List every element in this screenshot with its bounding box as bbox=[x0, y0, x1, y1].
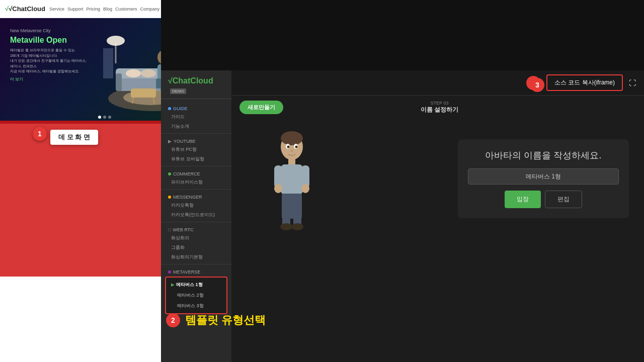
hero-subtitle: New Metaverse City bbox=[10, 28, 91, 33]
demo-topbar: 새로만들기 STEP 03 이름 설정하기 bbox=[231, 96, 644, 119]
nav-links: Service Support Pricing Blog Customers C… bbox=[49, 7, 159, 12]
sidebar-item-guide[interactable]: GUIDE bbox=[161, 103, 231, 112]
sidebar-sub-video-basic[interactable]: 화상회의기본형 bbox=[161, 252, 231, 262]
svg-rect-19 bbox=[156, 78, 161, 88]
sidebar-menu: GUIDE 가이드 기능소개 ▶ YOUTUBE 유튜브 PC형 유튜브 모바일… bbox=[161, 99, 231, 319]
demo-panel: 새로만들기 STEP 03 이름 설정하기 bbox=[231, 96, 644, 361]
action-buttons: 입장 편집 bbox=[468, 191, 619, 208]
annotation-1-label: 데 모 화 면 bbox=[50, 130, 98, 145]
annotation-2-circle: 2 bbox=[166, 313, 180, 327]
sidebar-sub-group[interactable]: 그룹화 bbox=[161, 243, 231, 252]
hero-title: Metaville Open bbox=[10, 35, 91, 45]
name-card: 아바타의 이름을 작성하세요. 입장 편집 bbox=[458, 139, 629, 218]
enter-button[interactable]: 입장 bbox=[505, 191, 541, 208]
site-logo: √√ChatCloud bbox=[5, 5, 45, 13]
metaverse-item-3[interactable]: 메타버스 3형 bbox=[166, 301, 226, 311]
sidebar-sub-guide[interactable]: 가이드 bbox=[161, 112, 231, 122]
svg-point-15 bbox=[107, 36, 125, 46]
sidebar-sub-video[interactable]: 화상회의 bbox=[161, 233, 231, 243]
nav-service[interactable]: Service bbox=[49, 7, 64, 12]
svg-point-6 bbox=[126, 69, 141, 77]
main-content: 3 소스 코드 복사(iframe) ⛶ 새로만들기 STEP 03 이름 설정… bbox=[231, 70, 644, 362]
nav-blog[interactable]: Blog bbox=[103, 7, 112, 12]
hero-link[interactable]: 더 보기 bbox=[10, 76, 91, 82]
annotation-2-label: 템플릿 유형선택 bbox=[185, 313, 266, 328]
svg-point-31 bbox=[274, 184, 282, 193]
avatar-area: 아바타의 이름을 작성하세요. 입장 편집 bbox=[231, 119, 644, 355]
sidebar-sub-kakao-android[interactable]: 카카오톡(안드로이드) bbox=[161, 210, 231, 220]
sidebar-sub-fivecase[interactable]: 파이브커이스형 bbox=[161, 177, 231, 187]
hero-dots bbox=[98, 116, 111, 119]
metaverse-item-1[interactable]: ▶ 메타버스 1형 bbox=[166, 280, 226, 290]
sidebar-logo: √ChatCloud DEMO bbox=[161, 70, 231, 99]
sidebar-item-webrtc[interactable]: □ WEB RTC bbox=[161, 224, 231, 233]
site-logo-text: √ChatCloud bbox=[9, 5, 45, 13]
avatar-figure bbox=[272, 129, 312, 242]
dark-overlay bbox=[161, 0, 644, 70]
sidebar-sub-youtube-pc[interactable]: 유튜브 PC형 bbox=[161, 145, 231, 154]
svg-rect-16 bbox=[103, 48, 113, 78]
step-info: STEP 03 이름 설정하기 bbox=[421, 101, 458, 114]
nav-support[interactable]: Support bbox=[67, 7, 84, 12]
hero-text: New Metaverse City Metaville Open 메타빌은 웹… bbox=[10, 28, 91, 82]
metaverse-submenu: ▶ 메타버스 1형 메타버스 2형 메타버스 3형 bbox=[165, 277, 227, 314]
sidebar-sub-kakao[interactable]: 카카오톡형 bbox=[161, 201, 231, 210]
svg-rect-8 bbox=[131, 88, 156, 98]
annotation-1: 1 데 모 화 면 bbox=[33, 127, 47, 141]
copy-iframe-button[interactable]: 소스 코드 복사(iframe) bbox=[546, 74, 623, 91]
svg-point-7 bbox=[141, 69, 156, 77]
expand-icon[interactable]: ⛶ bbox=[629, 79, 636, 87]
svg-point-26 bbox=[295, 146, 298, 148]
annotation-1-circle: 1 bbox=[33, 127, 47, 141]
demo-badge: DEMO bbox=[170, 88, 186, 94]
nav-pricing[interactable]: Pricing bbox=[87, 7, 101, 12]
sidebar-item-commerce[interactable]: COMMERCE bbox=[161, 168, 231, 177]
annotation-2: 2 템플릿 유형선택 bbox=[166, 313, 266, 328]
new-create-button[interactable]: 새로만들기 bbox=[239, 101, 283, 114]
nav-customers[interactable]: Customers bbox=[115, 7, 137, 12]
commerce-label: COMMERCE bbox=[173, 171, 200, 176]
svg-point-32 bbox=[301, 184, 309, 193]
toolbar: 3 소스 코드 복사(iframe) ⛶ bbox=[231, 70, 644, 96]
sidebar-sub-youtube-mobile[interactable]: 유튜브 모바일형 bbox=[161, 154, 231, 164]
annotation-3: 3 bbox=[530, 78, 544, 92]
svg-rect-34 bbox=[282, 204, 290, 226]
svg-point-22 bbox=[281, 131, 303, 145]
annotation-3-circle: 3 bbox=[530, 78, 544, 92]
sidebar-item-messenger[interactable]: MESSENGER bbox=[161, 192, 231, 201]
svg-point-37 bbox=[291, 223, 303, 230]
svg-point-36 bbox=[280, 223, 292, 230]
avatar-name-prompt: 아바타의 이름을 작성하세요. bbox=[468, 149, 619, 161]
sidebar-sub-features[interactable]: 기능소개 bbox=[161, 122, 231, 131]
chevron-right-icon: ▶ bbox=[171, 283, 174, 287]
edit-button[interactable]: 편집 bbox=[545, 191, 582, 208]
svg-rect-35 bbox=[293, 204, 301, 226]
step-label: STEP 03 bbox=[421, 101, 458, 106]
sidebar-item-metaverse[interactable]: METAVERSE bbox=[161, 266, 231, 276]
hero-desc: 메타빌은 웹 브라우저만으로 즐길 수 있는160개 기업 메타빌시티입니다.내… bbox=[10, 48, 91, 74]
svg-rect-27 bbox=[288, 158, 295, 165]
sidebar-item-youtube[interactable]: ▶ YOUTUBE bbox=[161, 136, 231, 145]
svg-point-25 bbox=[287, 146, 290, 148]
step-title: 이름 설정하기 bbox=[421, 106, 458, 114]
metaverse-item-2[interactable]: 메타버스 2형 bbox=[166, 290, 226, 301]
avatar-name-input[interactable] bbox=[468, 168, 619, 185]
svg-rect-4 bbox=[116, 73, 122, 91]
nav-company[interactable]: Company bbox=[140, 7, 160, 12]
svg-rect-28 bbox=[281, 164, 303, 195]
